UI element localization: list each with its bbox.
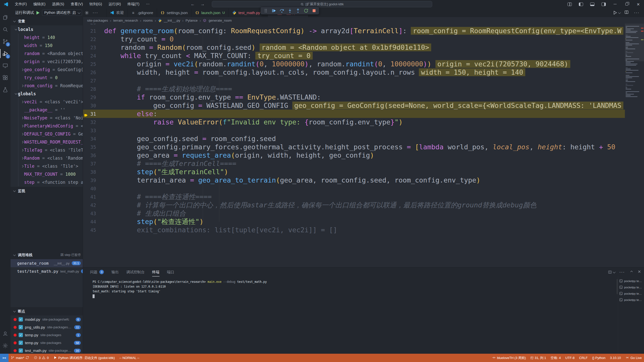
- gutter[interactable]: 29: [83, 95, 101, 100]
- code-line-44[interactable]: 44 step("检查连通性"): [83, 217, 625, 226]
- terminal-instance[interactable]: pocketpy te…: [618, 291, 644, 296]
- panel-tab-终端[interactable]: 终端: [152, 267, 159, 277]
- gutter[interactable]: 45: [83, 227, 101, 233]
- gutter[interactable]: 22: [83, 36, 101, 42]
- gutter[interactable]: 33: [83, 128, 101, 133]
- problems-status[interactable]: 30: [31, 354, 51, 362]
- scope-row[interactable]: globals: [11, 90, 83, 98]
- statusbar-go-live[interactable]: Go Live: [623, 354, 644, 362]
- code-line-29[interactable]: 29 if room_config.env_type == EnvType.WA…: [83, 93, 625, 101]
- code-line-35[interactable]: 35 geo_config.primary_forces.geothermal_…: [83, 143, 625, 151]
- code-line-28[interactable]: 28 # ====生成初始地理信息====: [83, 85, 625, 93]
- statusbar-cursor-position[interactable]: 行 31, 列 1: [528, 354, 548, 362]
- debug-config-select[interactable]: Python 调试程序: 启: [42, 10, 82, 16]
- drag-handle-button[interactable]: [262, 8, 269, 14]
- variable-row[interactable]: width = 150: [18, 41, 83, 50]
- variable-row[interactable]: height = 140: [18, 33, 83, 41]
- variables-header[interactable]: 变量: [11, 17, 83, 25]
- variable-row[interactable]: geo_config = GeoConfig(seed=None, wor…: [18, 66, 83, 74]
- code-line-32[interactable]: 32 raise ValueError(f"Invalid env type: …: [83, 118, 625, 126]
- breakpoint-checkbox[interactable]: ✓: [19, 341, 23, 345]
- statusbar-git-branch[interactable]: main*: [9, 354, 31, 362]
- gutter[interactable]: 41: [83, 194, 101, 200]
- variable-row[interactable]: TileTag = <class 'TileTag'>: [18, 146, 83, 154]
- terminal[interactable]: PS C:\computer_science\godot-ldtk\site-p…: [83, 277, 617, 354]
- continue-button[interactable]: [270, 8, 277, 14]
- toggle-secondary-sidebar-icon[interactable]: [601, 3, 606, 6]
- gutter[interactable]: 43: [83, 211, 101, 216]
- tab-.gdignore[interactable]: ≡ .gdignore: [128, 8, 157, 17]
- menu-选择(S)[interactable]: 选择(S): [49, 2, 67, 7]
- variable-row[interactable]: PlanetaryWindConfig = <class 'Planeta…: [18, 122, 83, 130]
- variable-row[interactable]: NoiseType = <class 'NoiseType'>: [18, 114, 83, 122]
- breakpoint-row[interactable]: ✓ test_math.py site-packages\terrain_res…: [11, 347, 83, 354]
- statusbar-git-commit-author[interactable]: blueloveTH (3 周前): [490, 354, 528, 362]
- code-line-22[interactable]: 22 try_count = 0: [83, 35, 625, 43]
- remote-indicator[interactable]: ><: [0, 354, 9, 362]
- back-arrow-icon[interactable]: ←: [191, 2, 195, 7]
- menu-文件(F)[interactable]: 文件(F): [12, 2, 30, 7]
- code-line-45[interactable]: 45 exit_combinations: list[tuple[vec2i, …: [83, 226, 625, 234]
- breakpoint-row[interactable]: ✓ model.py site-packages\wfc 6: [11, 315, 83, 323]
- step-out-button[interactable]: [294, 8, 301, 14]
- variable-row[interactable]: step = <function step at 0x1bf8d716d: [18, 178, 83, 186]
- activitybar-search[interactable]: [0, 23, 11, 35]
- code-line-36[interactable]: 36 geo_area = request_area(origin, width…: [83, 151, 625, 159]
- variable-row[interactable]: MAX_TRY_COUNT = 1000: [18, 170, 83, 178]
- terminal-instance[interactable]: pocketpy te…: [618, 285, 644, 290]
- minimap-slider[interactable]: [625, 24, 640, 61]
- watch-header[interactable]: 监视: [11, 187, 83, 195]
- code-line-23[interactable]: 23 random = Random(room_config.seed)rand…: [83, 43, 625, 52]
- toggle-panel-icon[interactable]: [590, 3, 594, 6]
- scope-row[interactable]: locals: [11, 25, 83, 33]
- gutter[interactable]: 40: [83, 186, 101, 191]
- code-line-37[interactable]: 37 # ====生成TerrainCell====: [83, 159, 625, 168]
- call-stack-header[interactable]: 调用堆栈因 step 已暂停: [11, 251, 83, 259]
- code-line-25[interactable]: 25 origin = vec2i(random.randint(0, 1000…: [83, 60, 625, 68]
- menu-编辑(E)[interactable]: 编辑(E): [30, 2, 49, 7]
- panel-more-icon[interactable]: ···: [618, 270, 626, 275]
- code-line-20[interactable]: 20: [83, 24, 625, 27]
- step-over-button[interactable]: [278, 8, 285, 14]
- code-line-41[interactable]: 41 # ====检查连通性====: [83, 193, 625, 201]
- variable-row[interactable]: WASTELAND_ROOM_REQUEST_CONFIG = RoomR…: [18, 138, 83, 146]
- gutter[interactable]: 25: [83, 61, 101, 67]
- code-line-26[interactable]: 26 width, height = room_config.layout.n_…: [83, 68, 625, 76]
- activitybar-remote-explorer[interactable]: [0, 60, 11, 72]
- menu-运行(R)[interactable]: 运行(R): [105, 2, 124, 7]
- breadcrumb-item[interactable]: Pylance: [185, 19, 197, 22]
- code-line-21[interactable]: 21 def generate_room(room_config: RoomRe…: [83, 27, 625, 35]
- gutter[interactable]: 39: [83, 177, 101, 183]
- menu-查看(V)[interactable]: 查看(V): [67, 2, 86, 7]
- activitybar-accounts[interactable]: [0, 328, 11, 340]
- breadcrumb-item[interactable]: terrain_research: [113, 19, 138, 22]
- breadcrumb[interactable]: site-packages›terrain_research›rooms›__i…: [83, 17, 644, 24]
- menu-终端(T)[interactable]: 终端(T): [124, 2, 143, 7]
- breakpoints-header[interactable]: 断点: [11, 307, 83, 315]
- variable-row[interactable]: DEFAULT_GEO_CONFIG = GeoConfig(seed=1…: [18, 130, 83, 138]
- close-panel-icon[interactable]: [637, 269, 641, 275]
- breadcrumb-item[interactable]: generate_room: [209, 19, 232, 22]
- variable-row[interactable]: random = <Random object at 0x1bf9d01e…: [18, 50, 83, 58]
- activitybar-run-and-debug[interactable]: 1: [0, 48, 11, 60]
- breakpoint-checkbox[interactable]: ✓: [19, 317, 23, 322]
- gutter[interactable]: 42: [83, 202, 101, 208]
- activitybar-settings[interactable]: [0, 340, 11, 352]
- code-line-38[interactable]: 38 step("生成TerrainCell"): [83, 168, 625, 176]
- gutter[interactable]: 21: [83, 28, 101, 34]
- code-line-27[interactable]: 27: [83, 76, 625, 85]
- gutter[interactable]: 26: [83, 70, 101, 75]
- gutter[interactable]: 28: [83, 86, 101, 92]
- panel-tab-调试控制台[interactable]: 调试控制台: [126, 267, 145, 277]
- stack-frame[interactable]: generate_room __init__.py 31:1: [11, 259, 83, 267]
- terminal-instance[interactable]: pocketpy te…: [618, 279, 644, 283]
- activitybar-explorer[interactable]: [0, 11, 11, 23]
- gutter[interactable]: 20: [83, 24, 101, 25]
- activitybar-testing[interactable]: [0, 84, 11, 96]
- variable-row[interactable]: Tile = <class 'Tile'>: [18, 162, 83, 170]
- menu-···[interactable]: ···: [143, 2, 153, 6]
- gutter[interactable]: 32: [83, 119, 101, 125]
- menu-转到(G)[interactable]: 转到(G): [86, 2, 105, 7]
- variable-row[interactable]: origin = vec2i(7205730, 9024468): [18, 58, 83, 66]
- code-line-24[interactable]: 24 while try_count < MAX_TRY_COUNT:try_c…: [83, 52, 625, 60]
